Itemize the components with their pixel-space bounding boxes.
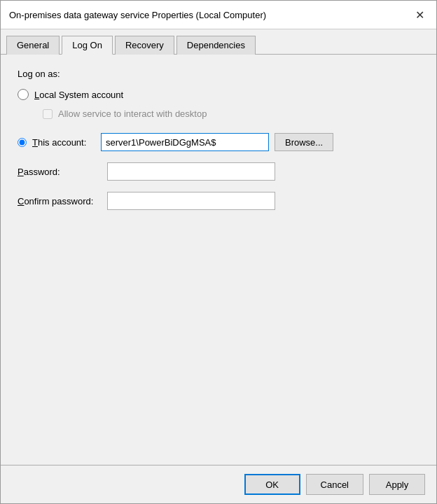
password-row: Password: xyxy=(18,162,419,181)
allow-service-label: Allow service to interact with desktop xyxy=(58,108,207,119)
local-system-row: Local System account xyxy=(18,89,419,100)
tab-recovery[interactable]: Recovery xyxy=(115,36,174,55)
tab-dependencies[interactable]: Dependencies xyxy=(176,36,256,55)
local-system-radio[interactable] xyxy=(18,89,29,100)
confirm-password-label: Confirm password: xyxy=(18,196,102,206)
tab-logon[interactable]: Log On xyxy=(62,36,113,55)
local-system-label: Local System account xyxy=(34,90,123,100)
apply-button[interactable]: Apply xyxy=(369,474,425,495)
confirm-password-input[interactable] xyxy=(107,192,275,210)
confirm-password-row: Confirm password: xyxy=(18,192,419,210)
tab-general[interactable]: General xyxy=(6,36,60,55)
content-area: Log on as: Local System account Allow se… xyxy=(1,55,436,465)
radio-group: Local System account Allow service to in… xyxy=(18,89,419,119)
close-button[interactable]: ✕ xyxy=(411,6,428,23)
allow-service-row: Allow service to interact with desktop xyxy=(43,108,419,119)
this-account-radio[interactable] xyxy=(18,138,27,147)
tab-bar: General Log On Recovery Dependencies xyxy=(1,29,436,55)
this-account-label: This account: xyxy=(32,137,95,148)
password-input[interactable] xyxy=(107,162,275,181)
allow-service-checkbox[interactable] xyxy=(43,109,53,119)
title-bar: On-premises data gateway service Propert… xyxy=(1,1,436,29)
ok-button[interactable]: OK xyxy=(244,474,300,495)
this-account-row: This account: Browse... xyxy=(18,133,419,151)
cancel-button[interactable]: Cancel xyxy=(306,474,363,495)
window-title: On-premises data gateway service Propert… xyxy=(9,10,266,20)
password-label: Password: xyxy=(18,167,102,177)
footer: OK Cancel Apply xyxy=(1,465,436,503)
browse-button[interactable]: Browse... xyxy=(275,133,333,151)
window: On-premises data gateway service Propert… xyxy=(0,0,437,504)
log-on-as-label: Log on as: xyxy=(18,69,419,79)
account-input[interactable] xyxy=(101,133,269,151)
